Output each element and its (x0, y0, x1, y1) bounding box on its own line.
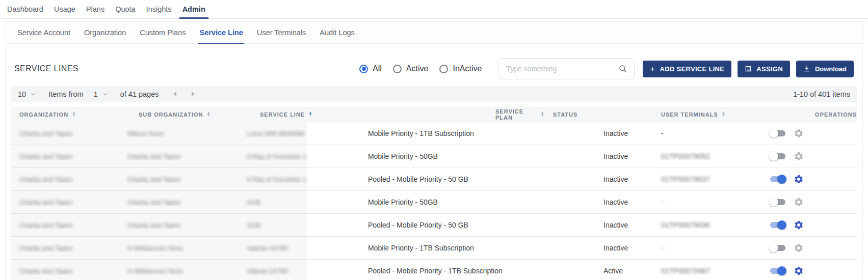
download-icon (803, 65, 810, 72)
settings-gear-icon[interactable] (794, 174, 804, 184)
service-line-value: 4 Ray of Sunshine 1 (247, 153, 306, 160)
status-filter-radio[interactable]: All (359, 64, 382, 73)
service-line-toggle[interactable] (769, 220, 786, 230)
column-header[interactable]: ORGANIZATION ▲ ▼ (11, 111, 130, 118)
page-size-select[interactable]: 10 (18, 90, 36, 98)
add-service-line-button[interactable]: + ADD SERVICE LINE (643, 61, 731, 77)
settings-gear-icon[interactable] (794, 220, 804, 230)
organization-value: Charity and Taylor (19, 244, 73, 252)
cell-user-terminal: 01TP00070987 (653, 267, 761, 275)
service-line-toggle[interactable] (769, 128, 786, 138)
column-header[interactable]: SERVICE LINE ▲ ▼ (252, 111, 487, 118)
search-icon[interactable] (618, 64, 627, 73)
settings-gear-icon[interactable] (794, 266, 804, 276)
column-header[interactable]: SERVICE PLAN ▲ ▼ (487, 108, 545, 121)
column-label: SUB ORGANIZATION (139, 111, 203, 118)
service-line-toggle[interactable] (769, 151, 786, 161)
sub-organization-value: H Williamson Sons (127, 244, 183, 252)
cell-organization: Charity and Taylor (11, 198, 119, 206)
toolbar: SERVICE LINES All Active InActive (6, 47, 862, 86)
service-lines-card: SERVICE LINES All Active InActive (5, 47, 863, 280)
cell-service-plan: Mobile Priority - 1TB Subscription (360, 244, 595, 252)
cell-sub-organization: H Williamson Sons (119, 267, 239, 275)
service-line-toggle[interactable] (769, 266, 786, 276)
service-plan-value: Mobile Priority - 1TB Subscription (368, 129, 474, 137)
column-header[interactable]: SUB ORGANIZATION ▲ ▼ (130, 111, 252, 118)
radio-label: InActive (453, 64, 482, 73)
table-row: Charity and Taylor Charity and Taylor 4 … (11, 168, 857, 191)
service-plan-value: Mobile Priority - 1TB Subscription (368, 244, 474, 252)
column-header[interactable]: USER TERMINALS ▲ ▼ (653, 111, 807, 118)
sort-icon[interactable]: ▲ ▼ (206, 112, 211, 117)
cell-service-plan: Mobile Priority - 1TB Subscription (360, 129, 595, 137)
settings-gear-icon[interactable] (794, 128, 804, 138)
cell-service-plan: Mobile Priority - 50GB (360, 152, 595, 160)
service-plan-value: Pooled - Mobile Priority - 1TB Subscript… (368, 267, 503, 275)
assign-button[interactable]: ASSIGN (738, 61, 790, 77)
sort-icon[interactable]: ▲ ▼ (541, 112, 545, 117)
organization-value: Charity and Taylor (19, 153, 73, 160)
admin-tab[interactable]: Service Line (199, 22, 243, 43)
admin-tab[interactable]: Service Account (17, 22, 70, 43)
status-value: Inactive (603, 175, 628, 183)
admin-tab[interactable]: User Terminals (257, 22, 306, 43)
cell-service-line: Valerie LK780 (239, 267, 360, 275)
status-value: Inactive (603, 129, 628, 137)
cell-user-terminal: - (653, 129, 761, 137)
table-row: Charity and Taylor H Williamson Sons Val… (11, 260, 857, 280)
sub-organization-value: Charity and Taylor (127, 153, 181, 160)
prev-page-icon[interactable] (172, 91, 179, 97)
next-page-icon[interactable] (189, 91, 196, 97)
cell-service-line: 4 Ray of Sunshine 1 (239, 152, 360, 160)
nav-item[interactable]: Insights (145, 5, 173, 18)
sort-icon[interactable]: ▲ ▼ (308, 112, 312, 117)
cell-user-terminal: 01TP00079052 (653, 152, 761, 160)
nav-item[interactable]: Plans (85, 5, 106, 18)
settings-gear-icon[interactable] (794, 197, 804, 207)
cell-service-plan: Pooled - Mobile Priority - 50 GB (360, 221, 595, 229)
user-terminal-value: 01TP00070987 (661, 267, 710, 275)
service-line-toggle[interactable] (769, 174, 786, 184)
status-filter-radio[interactable]: Active (393, 64, 429, 73)
sort-icon[interactable]: ▲ ▼ (72, 112, 76, 117)
cell-sub-organization: Charity and Taylor (119, 152, 239, 160)
search-input[interactable] (505, 64, 618, 73)
cell-user-terminal: - (653, 244, 761, 252)
column-label: USER TERMINALS (661, 111, 718, 118)
service-line-value: ACB (247, 221, 260, 229)
nav-item[interactable]: Quota (114, 5, 137, 18)
table-body: Charity and Taylor Wilson Sons Lorus MW … (11, 122, 857, 280)
sub-organization-value: H Williamson Sons (127, 267, 183, 275)
admin-tab[interactable]: Audit Logs (320, 22, 355, 43)
user-terminal-value: - (661, 198, 664, 206)
sort-icon[interactable]: ▲ ▼ (722, 112, 726, 117)
radio-icon (393, 65, 402, 73)
settings-gear-icon[interactable] (794, 151, 804, 161)
table-row: Charity and Taylor Charity and Taylor AC… (11, 191, 857, 214)
admin-tab[interactable]: Organization (84, 22, 126, 43)
page-select[interactable]: 1 (94, 90, 108, 98)
organization-value: Charity and Taylor (19, 176, 73, 183)
nav-item[interactable]: Admin (181, 5, 206, 18)
column-header[interactable]: STATUS ▲ ▼ (545, 111, 653, 118)
service-line-toggle[interactable] (769, 197, 786, 207)
nav-item[interactable]: Usage (53, 5, 76, 18)
service-line-toggle[interactable] (769, 243, 786, 253)
cell-status: Inactive (595, 198, 653, 206)
add-service-line-label: ADD SERVICE LINE (660, 65, 725, 73)
status-filter-radio[interactable]: InActive (439, 64, 482, 73)
column-label: OPERATIONS (815, 111, 857, 118)
column-header[interactable]: OPERATIONS ▲ ▼ (807, 111, 857, 118)
cell-operations (761, 266, 857, 276)
download-button[interactable]: Download (796, 61, 854, 77)
nav-item[interactable]: Dashboard (6, 5, 44, 18)
column-label: ORGANIZATION (19, 111, 68, 118)
settings-gear-icon[interactable] (794, 243, 804, 253)
cell-operations (761, 220, 857, 230)
cell-status: Active (595, 267, 653, 275)
admin-tab[interactable]: Custom Plans (140, 22, 186, 43)
cell-organization: Charity and Taylor (11, 129, 119, 137)
sub-organization-value: Charity and Taylor (127, 221, 181, 229)
cell-service-plan: Mobile Priority - 50GB (360, 198, 595, 206)
status-value: Active (603, 267, 623, 275)
